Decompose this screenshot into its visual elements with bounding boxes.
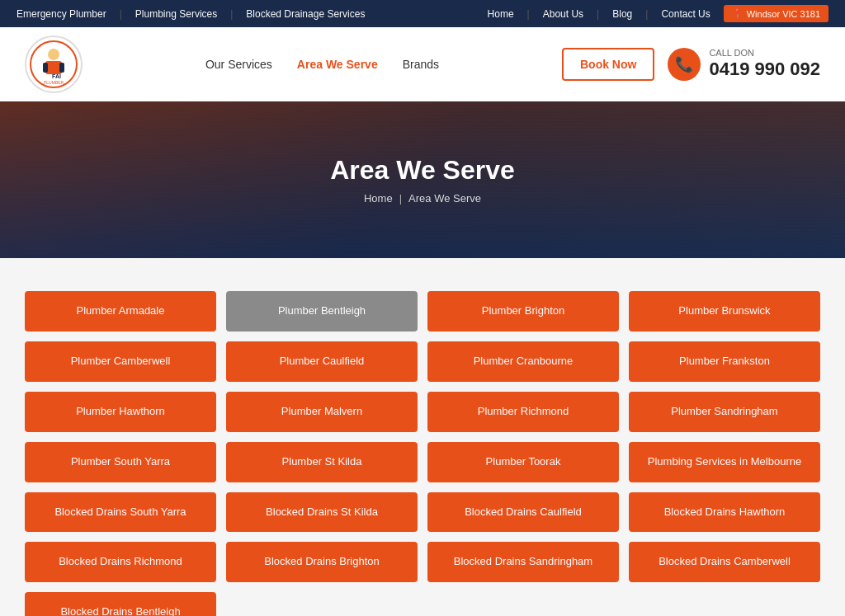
grid-btn-9[interactable]: Plumber Malvern <box>226 392 418 432</box>
grid-btn-19[interactable]: Blocked Drains Hawthorn <box>629 492 820 533</box>
service-grid: Plumber ArmadalePlumber BentleighPlumber… <box>25 291 820 616</box>
sep4: | <box>597 8 599 20</box>
breadcrumb: Home | Area We Serve <box>330 192 515 205</box>
breadcrumb-home[interactable]: Home <box>364 192 393 205</box>
grid-btn-6[interactable]: Plumber Cranbourne <box>427 341 619 382</box>
grid-btn-11[interactable]: Plumber Sandringham <box>629 392 820 432</box>
grid-btn-15[interactable]: Plumbing Services in Melbourne <box>629 442 820 482</box>
grid-btn-12[interactable]: Plumber South Yarra <box>25 442 216 482</box>
grid-btn-21[interactable]: Blocked Drains Brighton <box>226 542 418 582</box>
nav-brands[interactable]: Brands <box>403 58 439 71</box>
book-now-button[interactable]: Book Now <box>562 48 654 81</box>
grid-btn-13[interactable]: Plumber St Kilda <box>226 442 418 482</box>
header: FAI PLUMBER Our Services Area We Serve B… <box>0 27 845 101</box>
call-text: CALL DON 0419 990 092 <box>709 48 820 81</box>
main-nav: Our Services Area We Serve Brands <box>205 58 439 71</box>
topbar-link-emergency[interactable]: Emergency Plumber <box>17 8 106 20</box>
header-right: Book Now 📞 CALL DON 0419 990 092 <box>562 48 820 81</box>
logo-svg: FAI PLUMBER <box>29 40 78 89</box>
topbar-nav-blog[interactable]: Blog <box>612 8 632 20</box>
svg-rect-3 <box>43 63 48 73</box>
grid-btn-1[interactable]: Plumber Bentleigh <box>226 291 418 332</box>
grid-btn-22[interactable]: Blocked Drains Sandringham <box>427 542 619 582</box>
svg-rect-4 <box>59 63 64 73</box>
grid-btn-7[interactable]: Plumber Frankston <box>629 341 820 382</box>
svg-text:FAI: FAI <box>52 73 61 79</box>
grid-btn-17[interactable]: Blocked Drains St Kilda <box>226 492 418 533</box>
grid-btn-0[interactable]: Plumber Armadale <box>25 291 216 332</box>
top-bar-nav: Home | About Us | Blog | Contact Us 📍 Wi… <box>488 5 828 22</box>
breadcrumb-sep: | <box>399 192 402 205</box>
sep2: | <box>230 8 233 20</box>
hero-title: Area We Serve <box>330 155 515 186</box>
sep5: | <box>645 8 648 20</box>
grid-btn-14[interactable]: Plumber Toorak <box>427 442 619 482</box>
location-pin-icon: 📍 <box>732 8 744 19</box>
call-label: CALL DON <box>709 48 820 59</box>
nav-our-services[interactable]: Our Services <box>205 58 272 71</box>
topbar-nav-contact[interactable]: Contact Us <box>661 8 710 20</box>
topbar-nav-about[interactable]: About Us <box>543 8 583 20</box>
hero-section: Area We Serve Home | Area We Serve <box>0 101 845 258</box>
grid-btn-8[interactable]: Plumber Hawthorn <box>25 392 216 432</box>
grid-btn-16[interactable]: Blocked Drains South Yarra <box>25 492 216 533</box>
svg-point-1 <box>48 49 59 60</box>
topbar-link-plumbing[interactable]: Plumbing Services <box>135 8 217 20</box>
top-bar: Emergency Plumber | Plumbing Services | … <box>0 0 845 27</box>
grid-btn-5[interactable]: Plumber Caulfield <box>226 341 418 382</box>
phone-icon-glyph: 📞 <box>675 55 693 73</box>
sep1: | <box>120 8 122 20</box>
phone-icon[interactable]: 📞 <box>668 48 701 81</box>
topbar-nav-home[interactable]: Home <box>488 8 514 20</box>
grid-btn-18[interactable]: Blocked Drains Caulfield <box>427 492 619 533</box>
nav-area-we-serve[interactable]: Area We Serve <box>297 58 378 71</box>
grid-btn-24[interactable]: Blocked Drains Bentleigh <box>25 592 216 616</box>
grid-btn-4[interactable]: Plumber Camberwell <box>25 341 216 382</box>
topbar-link-drainage[interactable]: Blocked Drainage Services <box>246 8 365 20</box>
grid-btn-3[interactable]: Plumber Brunswick <box>629 291 820 332</box>
hero-content: Area We Serve Home | Area We Serve <box>330 155 515 205</box>
grid-btn-20[interactable]: Blocked Drains Richmond <box>25 542 216 582</box>
phone-number[interactable]: 0419 990 092 <box>709 59 820 79</box>
location-badge: 📍 Windsor VIC 3181 <box>724 5 828 22</box>
logo[interactable]: FAI PLUMBER <box>25 35 83 93</box>
svg-text:PLUMBER: PLUMBER <box>44 80 64 85</box>
grid-btn-2[interactable]: Plumber Brighton <box>427 291 619 332</box>
grid-btn-10[interactable]: Plumber Richmond <box>427 392 619 432</box>
call-area: 📞 CALL DON 0419 990 092 <box>668 48 820 81</box>
sep3: | <box>527 8 530 20</box>
grid-btn-23[interactable]: Blocked Drains Camberwell <box>629 542 820 582</box>
location-text: Windsor VIC 3181 <box>747 9 820 19</box>
top-bar-links: Emergency Plumber | Plumbing Services | … <box>17 8 365 20</box>
logo-area: FAI PLUMBER <box>25 35 83 93</box>
breadcrumb-current: Area We Serve <box>408 192 481 205</box>
service-grid-section: Plumber ArmadalePlumber BentleighPlumber… <box>0 258 845 616</box>
